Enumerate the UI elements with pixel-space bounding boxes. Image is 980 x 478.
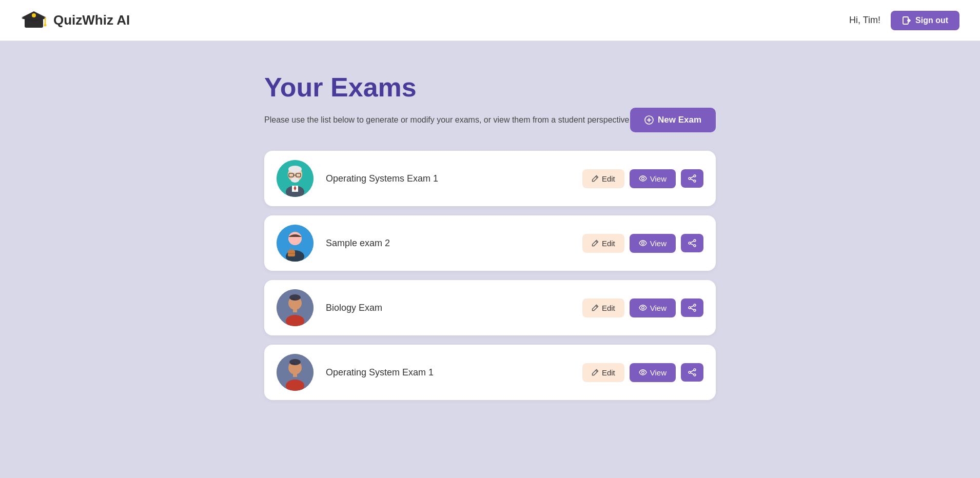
svg-point-14	[288, 166, 302, 173]
page-subtitle: Please use the list below to generate or…	[264, 115, 629, 125]
svg-point-61	[694, 369, 696, 371]
svg-point-37	[694, 240, 696, 242]
pencil-icon	[592, 369, 599, 376]
avatar	[277, 225, 313, 262]
logo-icon	[21, 7, 47, 34]
view-button[interactable]: View	[630, 169, 676, 188]
share-icon	[688, 239, 696, 247]
svg-point-49	[694, 304, 696, 306]
edit-button[interactable]: Edit	[582, 298, 624, 317]
main-content: Your Exams Please use the list below to …	[0, 41, 980, 478]
exam-actions: Edit View	[582, 298, 703, 317]
eye-icon	[639, 369, 647, 375]
svg-point-38	[689, 242, 691, 244]
share-icon	[688, 368, 696, 376]
header-right: Hi, Tim! Sign out	[849, 11, 959, 30]
exam-name: Biology Exam	[326, 303, 570, 313]
svg-point-23	[641, 177, 644, 180]
share-button[interactable]	[681, 363, 703, 382]
svg-line-27	[691, 176, 694, 178]
edit-button[interactable]: Edit	[582, 169, 624, 188]
svg-line-65	[691, 373, 694, 374]
avatar	[277, 160, 313, 197]
avatar	[277, 289, 313, 326]
svg-point-5	[44, 24, 47, 26]
svg-point-39	[694, 245, 696, 247]
exam-item: Sample exam 2 Edit Vie	[264, 215, 716, 271]
share-button[interactable]	[681, 298, 703, 317]
exam-actions: Edit View	[582, 234, 703, 253]
edit-label: Edit	[602, 239, 615, 248]
edit-label: Edit	[602, 304, 615, 312]
sign-out-label: Sign out	[915, 16, 948, 25]
sign-out-icon	[902, 16, 911, 25]
edit-button[interactable]: Edit	[582, 234, 624, 253]
svg-line-53	[691, 308, 694, 310]
view-label: View	[650, 174, 667, 183]
svg-point-24	[694, 175, 696, 177]
share-icon	[688, 304, 696, 312]
view-label: View	[650, 368, 667, 377]
exam-actions: Edit View	[582, 169, 703, 188]
view-label: View	[650, 304, 667, 312]
svg-rect-58	[293, 373, 297, 377]
exam-list: Operating Systems Exam 1 Edit	[264, 151, 716, 400]
exam-name: Operating System Exam 1	[326, 367, 570, 378]
svg-point-36	[641, 242, 644, 245]
new-exam-button[interactable]: New Exam	[630, 108, 716, 132]
page-title: Your Exams	[264, 72, 716, 103]
svg-line-40	[691, 241, 694, 243]
edit-label: Edit	[602, 174, 615, 183]
svg-point-60	[641, 371, 644, 374]
svg-point-63	[694, 374, 696, 376]
exam-name: Sample exam 2	[326, 238, 570, 249]
greeting-text: Hi, Tim!	[849, 15, 880, 26]
view-button[interactable]: View	[630, 234, 676, 253]
new-exam-label: New Exam	[658, 115, 701, 125]
exam-item: Operating System Exam 1 Edit	[264, 345, 716, 400]
exam-actions: Edit View	[582, 363, 703, 382]
pencil-icon	[592, 304, 599, 311]
eye-icon	[639, 240, 647, 246]
share-icon	[688, 174, 696, 183]
svg-point-48	[641, 307, 644, 309]
svg-line-64	[691, 370, 694, 372]
svg-point-25	[689, 177, 691, 180]
share-button[interactable]	[681, 234, 703, 252]
view-label: View	[650, 239, 667, 248]
header: QuizWhiz AI Hi, Tim! Sign out	[0, 0, 980, 41]
edit-label: Edit	[602, 368, 615, 377]
view-button[interactable]: View	[630, 298, 676, 317]
logo-area: QuizWhiz AI	[21, 7, 130, 34]
share-button[interactable]	[681, 169, 703, 188]
avatar	[277, 354, 313, 391]
svg-line-52	[691, 306, 694, 307]
svg-point-30	[288, 232, 302, 245]
svg-point-6	[32, 13, 36, 17]
svg-point-26	[694, 180, 696, 182]
edit-button[interactable]: Edit	[582, 363, 624, 382]
eye-icon	[639, 305, 647, 311]
svg-line-28	[691, 179, 694, 181]
svg-point-18	[291, 177, 299, 183]
svg-line-41	[691, 244, 694, 245]
pencil-icon	[592, 175, 599, 182]
plus-icon	[644, 115, 654, 125]
eye-icon	[639, 175, 647, 182]
view-button[interactable]: View	[630, 363, 676, 382]
subtitle-row: Please use the list below to generate or…	[264, 108, 716, 132]
svg-rect-46	[293, 308, 297, 312]
sign-out-button[interactable]: Sign out	[891, 11, 959, 30]
svg-point-50	[689, 307, 691, 309]
exam-item: Operating Systems Exam 1 Edit	[264, 151, 716, 206]
content-wrapper: Your Exams Please use the list below to …	[244, 72, 736, 400]
app-name: QuizWhiz AI	[53, 12, 130, 28]
exam-item: Biology Exam Edit View	[264, 280, 716, 335]
pencil-icon	[592, 240, 599, 247]
svg-point-51	[694, 309, 696, 311]
svg-point-62	[689, 371, 691, 373]
exam-name: Operating Systems Exam 1	[326, 173, 570, 184]
